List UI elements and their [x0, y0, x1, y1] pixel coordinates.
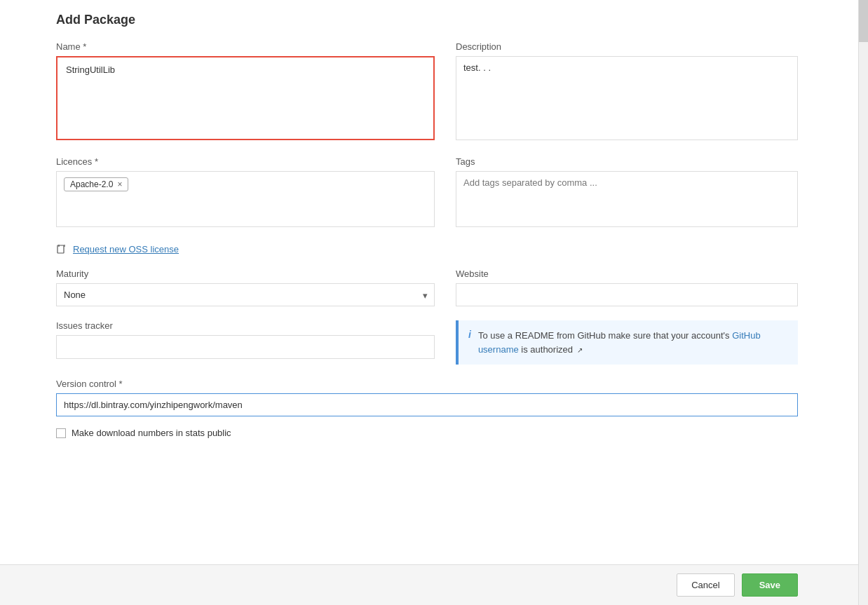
- page-title: Add Package: [0, 0, 868, 34]
- licences-field[interactable]: Apache-2.0 ×: [56, 171, 435, 227]
- website-input[interactable]: [456, 283, 798, 306]
- website-label: Website: [456, 268, 798, 279]
- footer-bar: Cancel Save: [0, 564, 868, 605]
- issues-info-row: Issues tracker i To use a README from Gi…: [56, 320, 798, 365]
- licence-badge-text: Apache-2.0: [70, 179, 113, 189]
- licences-label: Licences *: [56, 156, 435, 167]
- info-col: i To use a README from GitHub make sure …: [456, 320, 798, 365]
- name-col: Name *: [56, 41, 435, 142]
- maturity-label: Maturity: [56, 268, 435, 279]
- website-col: Website: [456, 268, 798, 306]
- info-text: To use a README from GitHub make sure th…: [478, 329, 788, 356]
- stats-label: Make download numbers in stats public: [72, 428, 231, 438]
- issues-input[interactable]: [56, 335, 435, 359]
- version-label: Version control *: [56, 379, 798, 389]
- form-area: Name * Description test. . . Licences * …: [0, 34, 868, 564]
- tags-textarea[interactable]: [456, 171, 798, 227]
- scrollbar-track[interactable]: [858, 0, 868, 605]
- save-button[interactable]: Save: [742, 573, 798, 597]
- scrollbar-thumb[interactable]: [859, 0, 868, 42]
- oss-link-icon: [56, 243, 67, 254]
- maturity-col: Maturity None Experimental Development S…: [56, 268, 435, 306]
- licences-col: Licences * Apache-2.0 ×: [56, 156, 435, 229]
- version-control-input[interactable]: [56, 393, 798, 416]
- description-label: Description: [456, 41, 798, 52]
- info-box: i To use a README from GitHub make sure …: [456, 320, 798, 365]
- issues-label: Issues tracker: [56, 320, 435, 331]
- svg-rect-0: [57, 245, 64, 253]
- licence-remove-icon[interactable]: ×: [117, 179, 122, 189]
- external-link-icon: ↗: [577, 346, 583, 354]
- maturity-select-wrapper: None Experimental Development Stable Off…: [56, 283, 435, 306]
- description-col: Description test. . .: [456, 41, 798, 142]
- oss-link-row: Request new OSS license: [56, 243, 798, 254]
- add-package-page: Add Package Name * Description test. . .…: [0, 0, 868, 605]
- stats-checkbox[interactable]: [56, 428, 66, 438]
- oss-link[interactable]: Request new OSS license: [73, 244, 179, 254]
- description-textarea[interactable]: test. . .: [456, 56, 798, 140]
- tags-label: Tags: [456, 156, 798, 167]
- info-icon: i: [468, 329, 471, 340]
- name-field-wrapper[interactable]: [56, 56, 435, 140]
- cancel-button[interactable]: Cancel: [677, 573, 734, 597]
- name-input[interactable]: [66, 64, 425, 75]
- version-control-section: Version control *: [56, 379, 798, 416]
- tags-col: Tags: [456, 156, 798, 229]
- name-label: Name *: [56, 41, 435, 52]
- stats-checkbox-row: Make download numbers in stats public: [56, 428, 798, 438]
- name-description-row: Name * Description test. . .: [56, 41, 798, 142]
- maturity-select[interactable]: None Experimental Development Stable Off…: [56, 283, 435, 306]
- issues-col: Issues tracker: [56, 320, 435, 365]
- licences-tags-row: Licences * Apache-2.0 × Tags: [56, 156, 798, 229]
- maturity-website-row: Maturity None Experimental Development S…: [56, 268, 798, 306]
- licence-badge: Apache-2.0 ×: [64, 177, 128, 191]
- github-username-link[interactable]: GitHub username: [478, 330, 761, 355]
